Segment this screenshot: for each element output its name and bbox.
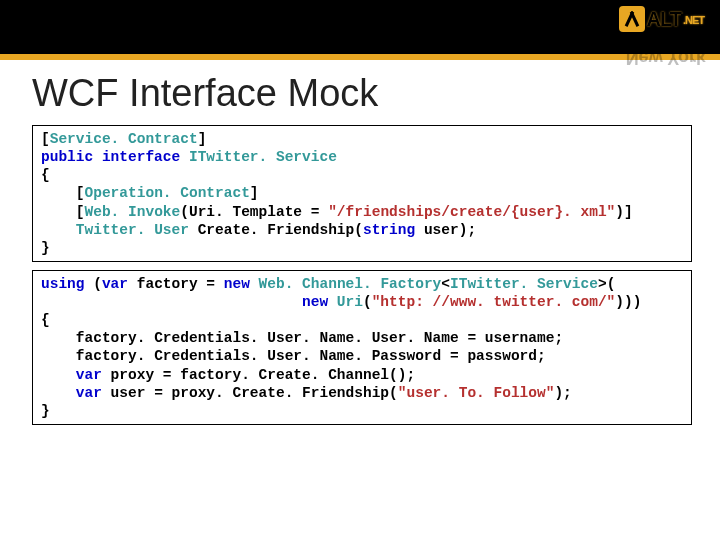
brand-icon	[619, 6, 645, 32]
brand-name-reflection: New York	[619, 47, 706, 68]
slide-title: WCF Interface Mock	[32, 72, 720, 115]
top-bar	[0, 0, 720, 60]
brand-name-line1: ALT.NET	[647, 8, 706, 31]
code-block-usage: using (var factory = new Web. Channel. F…	[32, 270, 692, 425]
brand-logo-row1: ALT.NET	[619, 6, 706, 32]
code-block-interface: [Service. Contract]public interface ITwi…	[32, 125, 692, 262]
brand-logo: ALT.NET New York New York	[619, 6, 706, 68]
